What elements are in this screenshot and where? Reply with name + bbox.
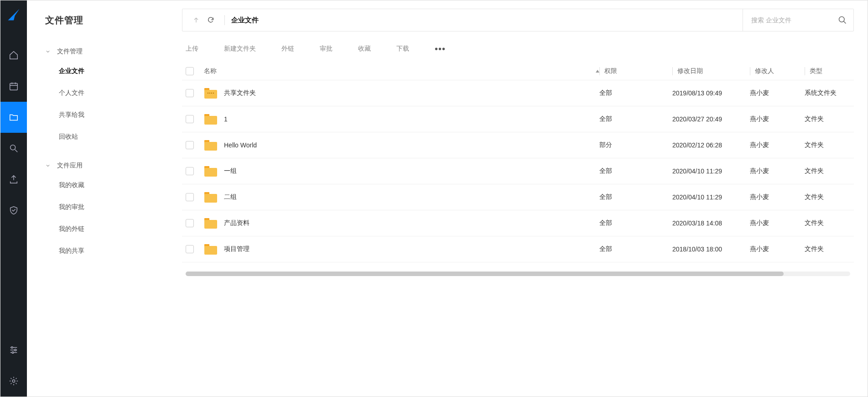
arrow-up-icon [192, 16, 200, 24]
folder-icon [204, 191, 218, 203]
tree-group-label: 文件应用 [57, 162, 83, 170]
action-new-folder[interactable]: 新建文件夹 [224, 45, 256, 53]
folder-icon [204, 243, 218, 255]
row-checkbox[interactable] [186, 115, 194, 123]
cell-modified: 2020/03/27 20:49 [672, 115, 750, 123]
table-row[interactable]: 产品资料全部2020/03/18 14:08燕小麦文件夹 [182, 210, 854, 236]
gear-icon [9, 376, 19, 386]
select-all-checkbox[interactable] [186, 67, 194, 75]
col-header-modified[interactable]: 修改日期 [672, 67, 750, 75]
rail-upload[interactable] [0, 164, 27, 195]
nav-rail [0, 0, 27, 397]
svg-rect-10 [209, 93, 210, 94]
row-checkbox[interactable] [186, 219, 194, 227]
folder-icon [204, 113, 218, 125]
nav-up-button[interactable] [189, 13, 203, 27]
row-checkbox[interactable] [186, 193, 194, 201]
row-checkbox[interactable] [186, 167, 194, 175]
search-box [743, 9, 847, 31]
table-row[interactable]: 一组全部2020/04/10 11:29燕小麦文件夹 [182, 158, 854, 184]
col-header-name[interactable]: 名称 [204, 67, 599, 75]
cell-permission: 部分 [599, 141, 672, 149]
calendar-icon [9, 81, 19, 91]
sliders-icon [9, 345, 19, 355]
row-checkbox[interactable] [186, 89, 194, 97]
cell-permission: 全部 [599, 115, 672, 123]
svg-rect-8 [204, 90, 217, 99]
table-row[interactable]: 二组全部2020/04/10 11:29燕小麦文件夹 [182, 184, 854, 210]
cell-type: 文件夹 [805, 193, 850, 201]
breadcrumb[interactable]: 企业文件 [231, 16, 259, 25]
rail-shield[interactable] [0, 195, 27, 226]
folder-icon [204, 165, 218, 177]
col-name-label: 名称 [204, 67, 217, 75]
rail-search[interactable] [0, 133, 27, 164]
cell-type: 文件夹 [805, 219, 850, 227]
col-header-modifier[interactable]: 修改人 [750, 67, 805, 75]
table-row[interactable]: Hello World部分2020/02/12 06:28燕小麦文件夹 [182, 132, 854, 158]
file-name: 一组 [224, 167, 237, 175]
refresh-button[interactable] [203, 13, 218, 27]
tree-group-header[interactable]: 文件应用 [45, 157, 164, 174]
svg-point-3 [15, 349, 16, 351]
main-panel: 企业文件 上传 新建文件夹 外链 审批 收藏 下载 ••• 名称 权限 修改 [177, 0, 868, 397]
svg-rect-24 [204, 246, 217, 255]
rail-settings[interactable] [0, 366, 27, 397]
cell-type: 文件夹 [805, 245, 850, 253]
tree-leaf[interactable]: 回收站 [59, 126, 164, 148]
action-download[interactable]: 下载 [396, 45, 409, 53]
horizontal-scrollbar[interactable] [186, 272, 850, 276]
cell-modified: 2020/04/10 11:29 [672, 193, 750, 201]
svg-point-5 [12, 380, 15, 382]
table-row[interactable]: 1全部2020/03/27 20:49燕小麦文件夹 [182, 106, 854, 132]
search-icon[interactable] [838, 16, 847, 25]
tree-group-header[interactable]: 文件管理 [45, 43, 164, 60]
action-favorite[interactable]: 收藏 [358, 45, 371, 53]
tree-leaf[interactable]: 我的收藏 [59, 174, 164, 196]
row-checkbox[interactable] [186, 245, 194, 253]
row-checkbox[interactable] [186, 141, 194, 149]
file-name: Hello World [224, 141, 257, 149]
tree-leaf[interactable]: 我的审批 [59, 196, 164, 218]
cell-modifier: 燕小麦 [750, 141, 805, 149]
rail-home[interactable] [0, 40, 27, 71]
action-upload[interactable]: 上传 [186, 45, 198, 53]
rail-calendar[interactable] [0, 71, 27, 102]
tree-leaf[interactable]: 个人文件 [59, 82, 164, 104]
app-logo [7, 8, 21, 21]
home-icon [9, 50, 19, 60]
col-header-permission[interactable]: 权限 [599, 67, 672, 75]
cell-type: 系统文件夹 [805, 89, 850, 97]
action-approval[interactable]: 审批 [320, 45, 333, 53]
action-more[interactable]: ••• [435, 44, 446, 53]
cell-permission: 全部 [599, 89, 672, 97]
tree-leaf[interactable]: 共享给我 [59, 104, 164, 126]
cell-modified: 2020/02/12 06:28 [672, 141, 750, 149]
rail-files[interactable] [0, 102, 27, 133]
action-external-link[interactable]: 外链 [281, 45, 294, 53]
search-input[interactable] [751, 16, 833, 24]
folder-icon [9, 112, 19, 122]
col-header-type[interactable]: 类型 [805, 67, 850, 75]
cell-modified: 2018/10/03 18:00 [672, 246, 750, 253]
toolbar-separator [224, 15, 225, 25]
scrollbar-thumb[interactable] [186, 272, 784, 276]
table-row[interactable]: 项目管理全部2018/10/03 18:00燕小麦文件夹 [182, 236, 854, 262]
cell-type: 文件夹 [805, 115, 850, 123]
tree-leaf[interactable]: 我的外链 [59, 218, 164, 240]
svg-rect-11 [211, 93, 212, 94]
file-name: 1 [224, 115, 228, 123]
file-name: 二组 [224, 193, 237, 201]
toolbar: 企业文件 [182, 9, 854, 31]
table-row[interactable]: 共享文件夹全部2019/08/13 09:49燕小麦系统文件夹 [182, 80, 854, 106]
table-header: 名称 权限 修改日期 修改人 类型 [182, 63, 854, 80]
file-name: 共享文件夹 [224, 89, 256, 97]
cell-type: 文件夹 [805, 141, 850, 149]
svg-rect-20 [204, 194, 217, 203]
svg-rect-12 [213, 93, 214, 94]
file-name: 产品资料 [224, 219, 249, 227]
tree-leaf[interactable]: 我的共享 [59, 240, 164, 262]
rail-sliders[interactable] [0, 334, 27, 366]
tree-leaf[interactable]: 企业文件 [59, 60, 164, 82]
cell-modifier: 燕小麦 [750, 193, 805, 201]
